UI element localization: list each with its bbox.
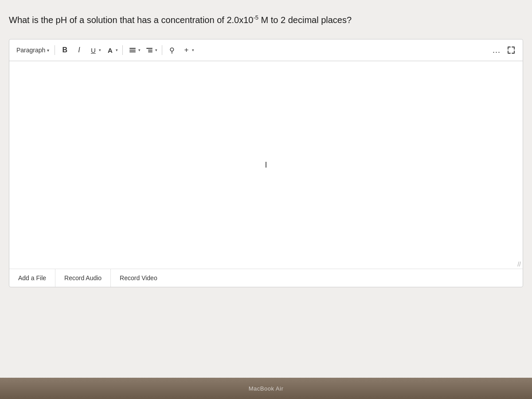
paragraph-style-select[interactable]: Paragraph ▾ bbox=[15, 46, 51, 55]
taskbar: MacBook Air bbox=[0, 378, 532, 399]
bold-button[interactable]: B bbox=[59, 44, 71, 56]
paragraph-chevron-icon: ▾ bbox=[47, 48, 49, 53]
link-button[interactable]: ⚲ bbox=[166, 44, 178, 56]
font-color-chevron-icon: ▾ bbox=[116, 44, 118, 56]
expand-icon bbox=[507, 46, 515, 54]
font-color-icon: A bbox=[105, 44, 115, 56]
editor-footer: Add a File Record Audio Record Video bbox=[9, 269, 523, 287]
insert-button-group[interactable]: + ▾ bbox=[180, 43, 195, 57]
question-text: What is the pH of a solution that has a … bbox=[9, 13, 417, 27]
toolbar-divider-3 bbox=[162, 45, 162, 55]
indent-icon bbox=[144, 44, 155, 56]
toolbar-divider-2 bbox=[122, 45, 123, 55]
font-color-button-group[interactable]: A ▾ bbox=[104, 43, 119, 57]
resize-handle[interactable]: // bbox=[517, 261, 521, 268]
add-file-button[interactable]: Add a File bbox=[9, 269, 55, 287]
underline-button-group[interactable]: U ▾ bbox=[87, 43, 102, 57]
plus-icon: + bbox=[181, 44, 192, 56]
italic-button[interactable]: I bbox=[73, 44, 85, 56]
editor-body[interactable]: I // bbox=[9, 61, 523, 269]
expand-button[interactable] bbox=[505, 44, 517, 56]
indent-chevron-icon: ▾ bbox=[155, 44, 157, 56]
underline-chevron-icon: ▾ bbox=[99, 44, 101, 56]
editor-toolbar: Paragraph ▾ B I U ▾ A ▾ ▾ bbox=[9, 39, 523, 61]
editor-container: Paragraph ▾ B I U ▾ A ▾ ▾ bbox=[9, 39, 523, 287]
paragraph-style-label: Paragraph bbox=[16, 47, 45, 54]
indent-button-group[interactable]: ▾ bbox=[143, 43, 158, 57]
text-cursor: I bbox=[265, 160, 267, 170]
macbook-label: MacBook Air bbox=[249, 385, 283, 392]
record-video-button[interactable]: Record Video bbox=[111, 269, 166, 287]
more-options-button[interactable]: ... bbox=[490, 45, 503, 56]
underline-icon: U bbox=[88, 44, 98, 56]
plus-chevron-icon: ▾ bbox=[192, 44, 194, 56]
toolbar-divider-1 bbox=[55, 45, 55, 55]
list-icon bbox=[127, 44, 138, 56]
record-audio-button[interactable]: Record Audio bbox=[55, 269, 111, 287]
list-chevron-icon: ▾ bbox=[138, 44, 141, 56]
list-button-group[interactable]: ▾ bbox=[126, 43, 141, 57]
